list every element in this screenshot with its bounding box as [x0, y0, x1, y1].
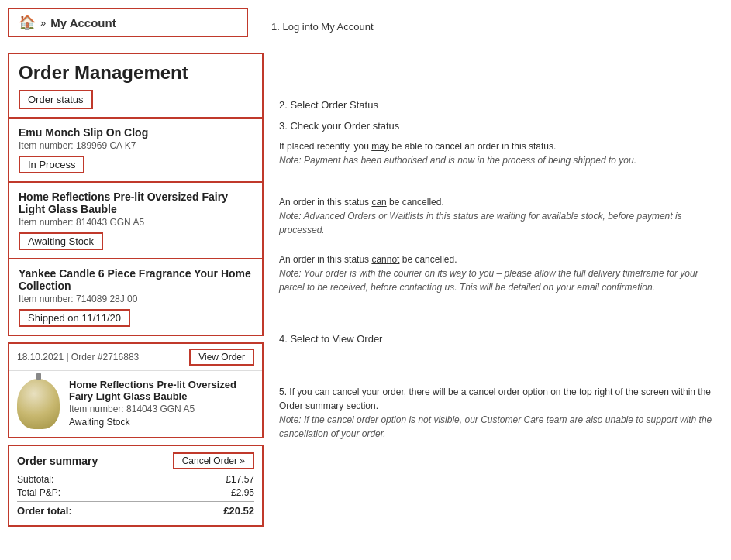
item3-annotation: An order in this status cannot be cancel…: [279, 253, 723, 294]
item2-annotation: An order in this status can be cancelled…: [279, 195, 723, 237]
item1-ann-pre: If placed recently, you: [279, 141, 371, 152]
view-order-button[interactable]: View Order: [189, 349, 254, 366]
item1-ann-may: may: [371, 141, 389, 152]
item1-annotation-body: If placed recently, you may be able to c…: [279, 139, 723, 167]
product-details: Home Reflections Pre-lit Oversized Fairy…: [69, 379, 254, 428]
item1-annotation: If placed recently, you may be able to c…: [279, 139, 723, 167]
item2-ann-note: Note: Advanced Orders or Waitlists in th…: [279, 211, 682, 235]
step4-annotation: 4. Select to View Order: [279, 333, 723, 345]
total-value: £20.52: [223, 505, 254, 517]
product-details-name: Home Reflections Pre-lit Oversized Fairy…: [69, 379, 254, 402]
order-status-badge[interactable]: Order status: [19, 90, 93, 109]
order-item-3-number: Item number: 714089 28J 00: [19, 294, 253, 304]
step3-block: 3. Check your Order status: [279, 120, 723, 133]
step2-annotation: 2. Select Order Status: [279, 99, 723, 111]
product-details-status: Awaiting Stock: [69, 417, 254, 428]
pp-value: £2.95: [231, 487, 254, 498]
subtotal-row: Subtotal: £17.57: [17, 474, 254, 485]
product-thumbnail: [17, 379, 60, 429]
product-details-number: Item number: 814043 GGN A5: [69, 404, 254, 414]
total-row: Order total: £20.52: [17, 501, 254, 517]
item2-annotation-body: An order in this status can be cancelled…: [279, 195, 723, 237]
item1-ann-post: be able to cancel an order in this statu…: [389, 141, 556, 152]
order-item-3-name: Yankee Candle 6 Piece Fragrance Your Hom…: [19, 267, 253, 292]
order-item-3-status: Shipped on 11/11/20: [19, 309, 130, 327]
view-order-header: 18.10.2021 | Order #2716883 View Order: [9, 344, 262, 371]
breadcrumb: 🏠 » My Account: [8, 8, 248, 37]
step3-annotation: 3. Check your Order status: [279, 120, 723, 132]
item1-ann-note: Note: Payment has been authorised and is…: [279, 155, 636, 166]
order-item-3: Yankee Candle 6 Piece Fragrance Your Hom…: [8, 258, 264, 336]
order-item-2-number: Item number: 814043 GGN A5: [19, 217, 253, 228]
item3-ann-pre: An order in this status: [279, 254, 371, 265]
item2-ann-can: can: [371, 197, 386, 208]
cancel-order-button[interactable]: Cancel Order »: [173, 452, 254, 469]
subtotal-label: Subtotal:: [17, 474, 53, 485]
subtotal-value: £17.57: [226, 474, 254, 485]
order-item-2: Home Reflections Pre-lit Oversized Fairy…: [8, 181, 264, 259]
item3-annotation-body: An order in this status cannot be cancel…: [279, 253, 723, 294]
order-item-2-name: Home Reflections Pre-lit Oversized Fairy…: [19, 191, 253, 215]
breadcrumb-separator: »: [40, 17, 46, 29]
order-item-1-name: Emu Monch Slip On Clog: [19, 126, 253, 139]
home-icon: 🏠: [19, 14, 36, 31]
left-panel: Order Management Order status Emu Monch …: [8, 53, 264, 527]
order-management-box: Order Management Order status: [8, 53, 264, 119]
order-summary-title: Order summary: [17, 455, 98, 467]
order-summary-section: Order summary Cancel Order » Subtotal: £…: [8, 445, 264, 527]
step2-block: 2. Select Order Status: [279, 99, 723, 112]
view-order-section: 18.10.2021 | Order #2716883 View Order H…: [8, 342, 264, 438]
pp-label: Total P&P:: [17, 487, 60, 498]
step5-block: 5. If you can cancel your order, there w…: [279, 385, 723, 441]
order-item-2-status: Awaiting Stock: [19, 232, 103, 250]
order-management-title: Order Management: [19, 62, 253, 84]
item2-ann-pre: An order in this status: [279, 197, 371, 208]
breadcrumb-label[interactable]: My Account: [50, 16, 116, 29]
item2-ann-post: be cancelled.: [387, 197, 444, 208]
order-date-number: 18.10.2021 | Order #2716883: [17, 352, 139, 362]
order-summary-header: Order summary Cancel Order »: [17, 452, 254, 469]
order-item-1: Emu Monch Slip On Clog Item number: 1899…: [8, 117, 264, 183]
order-item-1-number: Item number: 189969 CA K7: [19, 140, 253, 151]
total-label: Order total:: [17, 505, 72, 517]
item3-ann-cannot: cannot: [371, 254, 399, 265]
step5-note: Note: If the cancel order option is not …: [279, 414, 712, 439]
step5-annotation-body: 5. If you can cancel your order, there w…: [279, 385, 723, 441]
order-item-1-status: In Process: [19, 156, 84, 173]
step4-block: 4. Select to View Order: [279, 333, 723, 346]
step1-annotation: 1. Log into My Account: [271, 21, 374, 33]
view-order-content: Home Reflections Pre-lit Oversized Fairy…: [9, 371, 262, 437]
pp-row: Total P&P: £2.95: [17, 487, 254, 498]
item3-ann-note: Note: Your order is with the courier on …: [279, 268, 698, 293]
item3-ann-post: be cancelled.: [399, 254, 457, 265]
right-annotations-panel: 2. Select Order Status 3. Check your Ord…: [264, 53, 723, 527]
step5-text: 5. If you can cancel your order, there w…: [279, 387, 711, 411]
